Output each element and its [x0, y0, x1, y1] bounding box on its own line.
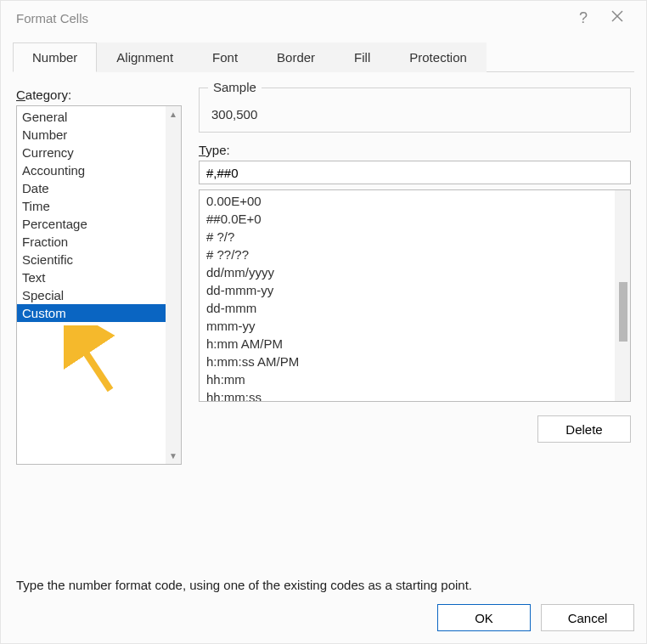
scrollbar-thumb[interactable] — [619, 282, 627, 342]
format-code-item[interactable]: dd-mmm — [200, 299, 630, 317]
tab-alignment[interactable]: Alignment — [97, 42, 193, 72]
format-code-item[interactable]: ##0.0E+0 — [200, 210, 630, 228]
format-code-item[interactable]: # ?/? — [200, 228, 630, 246]
tab-border[interactable]: Border — [257, 42, 335, 72]
category-item[interactable]: Fraction — [17, 233, 181, 251]
format-cells-dialog: Format Cells ? NumberAlignmentFontBorder… — [0, 0, 647, 644]
sample-label: Sample — [208, 80, 262, 94]
category-item[interactable]: Number — [17, 126, 181, 144]
dialog-buttons: OK Cancel — [1, 592, 646, 643]
category-listbox[interactable]: GeneralNumberCurrencyAccountingDateTimeP… — [16, 105, 182, 465]
category-item[interactable]: Date — [17, 179, 181, 197]
format-code-item[interactable]: dd/mm/yyyy — [200, 263, 630, 281]
tab-bar: NumberAlignmentFontBorderFillProtection — [13, 42, 634, 72]
format-code-item[interactable]: mmm-yy — [200, 317, 630, 335]
category-item[interactable]: Currency — [17, 144, 181, 161]
category-item[interactable]: General — [17, 108, 181, 126]
hint-text: Type the number format code, using one o… — [1, 578, 646, 592]
tab-font[interactable]: Font — [193, 42, 257, 72]
format-scrollbar[interactable] — [615, 190, 630, 401]
sample-box: Sample 300,500 — [199, 88, 631, 133]
sample-value: 300,500 — [211, 107, 618, 121]
category-item[interactable]: Percentage — [17, 215, 181, 233]
format-code-item[interactable]: hh:mm:ss — [200, 388, 630, 402]
help-icon[interactable]: ? — [566, 9, 600, 27]
tab-fill[interactable]: Fill — [335, 42, 390, 72]
tab-number[interactable]: Number — [13, 42, 97, 72]
delete-button[interactable]: Delete — [537, 415, 631, 443]
category-item[interactable]: Text — [17, 268, 181, 286]
format-code-item[interactable]: h:mm AM/PM — [200, 335, 630, 353]
titlebar: Format Cells ? — [1, 1, 646, 35]
category-item[interactable]: Scientific — [17, 251, 181, 268]
format-code-item[interactable]: # ??/?? — [200, 246, 630, 263]
ok-button[interactable]: OK — [437, 604, 531, 631]
category-scrollbar[interactable]: ▲ ▼ — [166, 106, 181, 464]
close-icon[interactable] — [600, 9, 634, 27]
cancel-button[interactable]: Cancel — [541, 604, 634, 631]
category-label: Category: — [16, 88, 182, 102]
format-code-item[interactable]: hh:mm — [200, 370, 630, 388]
category-item[interactable]: Time — [17, 197, 181, 215]
tab-protection[interactable]: Protection — [390, 42, 487, 72]
format-code-item[interactable]: dd-mmm-yy — [200, 281, 630, 299]
format-code-listbox[interactable]: 0.00E+00##0.0E+0# ?/?# ??/??dd/mm/yyyydd… — [199, 189, 631, 402]
scroll-down-icon[interactable]: ▼ — [169, 448, 177, 464]
category-item[interactable]: Custom — [17, 304, 181, 322]
dialog-title: Format Cells — [16, 11, 88, 25]
format-code-item[interactable]: h:mm:ss AM/PM — [200, 353, 630, 370]
format-code-item[interactable]: 0.00E+00 — [200, 192, 630, 210]
scroll-up-icon[interactable]: ▲ — [169, 106, 177, 122]
category-item[interactable]: Special — [17, 286, 181, 304]
type-input[interactable] — [199, 161, 631, 184]
category-item[interactable]: Accounting — [17, 161, 181, 179]
type-label: Type: — [199, 143, 631, 157]
